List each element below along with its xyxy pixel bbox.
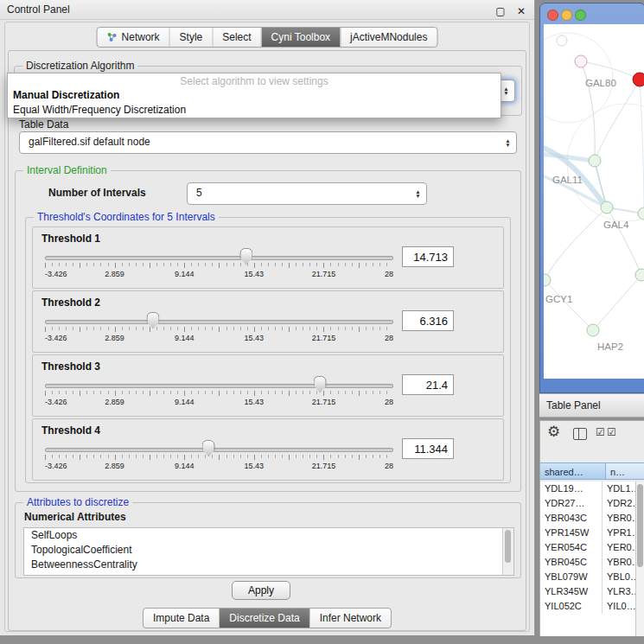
bottom-tab-bar: Impute Data Discretize Data Infer Networ… (143, 608, 392, 628)
tab-cyni-toolbox[interactable]: Cyni Toolbox (261, 28, 340, 47)
network-node[interactable] (557, 35, 567, 46)
column-header-name[interactable]: n… (606, 462, 644, 480)
table-cell[interactable]: YDR2… (602, 496, 636, 511)
table-cell[interactable]: YPR1… (602, 526, 636, 540)
table-data-label: Table Data (19, 118, 68, 131)
check-all-icon[interactable]: ☑ (596, 426, 605, 438)
table-cell[interactable]: YDL1… (602, 481, 636, 496)
network-node[interactable] (575, 55, 587, 67)
table-header-row: shared… n… (540, 462, 644, 480)
threshold-4-slider[interactable]: -3.4262.8599.14415.4321.71528 (45, 442, 393, 476)
table-cell[interactable]: YBR0… (602, 555, 636, 570)
tab-network[interactable]: Network (98, 28, 169, 47)
settings-gear-icon[interactable]: ⚙ (547, 423, 560, 441)
tab-select[interactable]: Select (212, 28, 260, 47)
slider-ticks (45, 263, 393, 268)
attributes-list-scrollbar[interactable] (502, 528, 513, 575)
node-label: GAL80 (585, 78, 616, 88)
threshold-1-value-input[interactable] (402, 246, 454, 267)
list-item[interactable]: BetweennessCentrality (24, 558, 513, 572)
slider-track[interactable] (45, 448, 393, 452)
dropdown-option-manual[interactable]: Manual Discretization (8, 88, 501, 103)
check-visible-icon[interactable]: ☑ (607, 426, 616, 438)
number-of-intervals-select[interactable]: 5 ▲▼ (187, 182, 427, 205)
network-node[interactable] (589, 155, 601, 167)
table-row[interactable]: YBR045CYBR0… (540, 555, 636, 570)
attributes-group-title: Attributes to discretize (23, 496, 132, 508)
threshold-3-value-input[interactable] (402, 374, 454, 395)
scrollbar-thumb[interactable] (637, 484, 643, 567)
table-cell[interactable]: YLR345W (540, 584, 602, 599)
tab-style[interactable]: Style (169, 28, 213, 47)
zoom-traffic-light[interactable] (575, 10, 586, 21)
table-row[interactable]: YDL19…YDL1… (540, 481, 636, 496)
slider-track[interactable] (45, 256, 393, 260)
tab-impute-data[interactable]: Impute Data (143, 609, 219, 628)
table-cell[interactable]: YBR043C (540, 511, 602, 526)
table-data-select[interactable]: galFiltered.sif default node ▲▼ (19, 131, 517, 154)
table-cell[interactable]: YIL0… (602, 599, 636, 614)
scale-label: 21.715 (312, 270, 336, 278)
scrollbar-thumb[interactable] (505, 530, 511, 563)
network-node-selected[interactable] (633, 73, 644, 86)
tab-label: Select (222, 31, 251, 43)
table-cell[interactable]: YDL19… (540, 481, 602, 496)
list-item[interactable]: SelfLoops (24, 528, 513, 543)
network-node[interactable] (638, 207, 644, 220)
threshold-2-slider[interactable]: -3.4262.8599.14415.4321.71528 (45, 314, 393, 348)
scale-label: 2.859 (105, 334, 124, 342)
table-scrollbar[interactable] (635, 481, 644, 636)
table-cell[interactable]: YER054C (540, 540, 602, 555)
table-row[interactable]: YER054CYER0… (540, 540, 636, 555)
table-row[interactable]: YIL052CYIL0… (540, 599, 636, 614)
table-row[interactable]: YPR145WYPR1… (540, 526, 636, 540)
scale-label: -3.426 (45, 334, 67, 342)
table-cell[interactable]: YDR27… (540, 496, 602, 511)
threshold-label: Threshold 4 (41, 424, 100, 437)
top-tab-bar: Network Style Select Cyni Toolbox jActiv… (97, 27, 438, 48)
network-node[interactable] (587, 324, 599, 336)
slider-track[interactable] (45, 320, 393, 324)
table-cell[interactable]: YER0… (602, 540, 636, 555)
node-label: HAP2 (597, 341, 623, 352)
tab-infer-network[interactable]: Infer Network (309, 609, 391, 628)
close-traffic-light[interactable] (547, 10, 558, 21)
float-window-icon[interactable]: ▢ (495, 5, 505, 17)
table-cell[interactable]: YBL079W (540, 570, 602, 584)
apply-button[interactable]: Apply (232, 581, 290, 600)
network-node[interactable] (544, 274, 551, 286)
list-item[interactable]: TopologicalCoefficient (24, 543, 513, 558)
table-cell[interactable]: YBR045C (540, 555, 602, 570)
tab-jactivemodules[interactable]: jActiveMNodules (340, 28, 437, 47)
table-row[interactable]: YDR27…YDR2… (540, 496, 636, 511)
threshold-3-slider[interactable]: -3.4262.8599.14415.4321.71528 (45, 378, 393, 412)
tab-label: Impute Data (153, 612, 209, 624)
column-selector-icon[interactable] (573, 428, 587, 440)
threshold-1-slider[interactable]: -3.4262.8599.14415.4321.71528 (45, 250, 393, 284)
minimize-traffic-light[interactable] (561, 10, 572, 21)
table-cell[interactable]: YBL0… (602, 570, 636, 584)
threshold-4-value-input[interactable] (402, 438, 454, 459)
table-cell[interactable]: YIL052C (540, 599, 602, 614)
table-panel-window: ⚙ ☑ ☑ shared… n… YDL19…YDL1… YDR27…YDR2…… (539, 420, 644, 636)
combo-stepper-icon: ▲▼ (503, 138, 513, 147)
threshold-2-value-input[interactable] (402, 310, 454, 331)
network-node[interactable] (635, 269, 644, 281)
table-row[interactable]: YBL079WYBL0… (540, 570, 636, 584)
network-node[interactable] (601, 201, 613, 214)
slider-scale: -3.4262.8599.14415.4321.71528 (45, 398, 393, 408)
slider-track[interactable] (45, 384, 393, 388)
dropdown-option-equal-width[interactable]: Equal Width/Frequency Discretization (8, 103, 501, 118)
slider-scale: -3.4262.8599.14415.4321.71528 (45, 462, 393, 472)
table-cell[interactable]: YBR0… (602, 511, 636, 526)
table-row[interactable]: YLR345WYLR3… (540, 584, 636, 599)
tab-label: jActiveMNodules (350, 31, 427, 43)
column-header-shared-name[interactable]: shared… (540, 462, 606, 480)
network-canvas[interactable]: GAL80 GAL11 GAL4 GCY1 HAP2 (544, 24, 644, 379)
table-cell[interactable]: YLR3… (602, 584, 636, 599)
table-row[interactable]: YBR043CYBR0… (540, 511, 636, 526)
close-window-icon[interactable]: ✕ (517, 5, 526, 17)
scale-label: -3.426 (45, 398, 67, 406)
tab-discretize-data[interactable]: Discretize Data (219, 609, 309, 628)
table-cell[interactable]: YPR145W (540, 526, 602, 540)
